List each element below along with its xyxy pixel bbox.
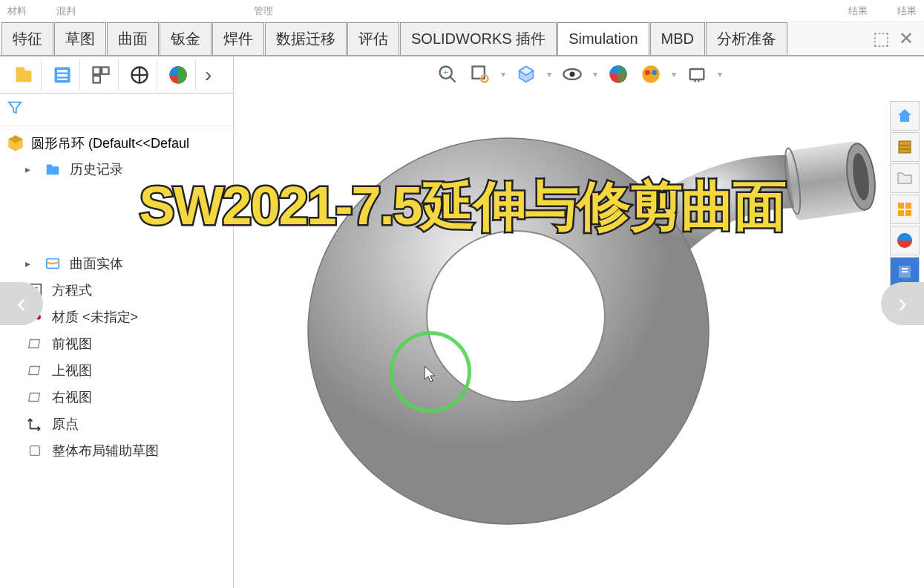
sidebar-toolbar: › [0,56,233,94]
tree-item-origin[interactable]: 原点 [3,411,230,437]
filter-row [0,94,233,126]
zoom-area-icon[interactable] [467,61,494,88]
origin-icon [25,414,45,434]
tab-analysis-prep[interactable]: 分析准备 [706,22,787,55]
tab-sheetmetal[interactable]: 钣金 [160,22,212,55]
svg-rect-1 [57,70,68,73]
display-manager-tab-icon[interactable] [160,59,196,91]
svg-text:+: + [443,67,448,76]
tree-item-history[interactable]: ▸ 历史记录 [3,156,230,183]
svg-rect-23 [473,67,485,79]
tab-solidworks-addins[interactable]: SOLIDWORKS 插件 [400,22,557,55]
svg-rect-31 [690,69,704,79]
plane-icon [25,361,45,380]
svg-rect-38 [905,203,911,209]
tab-features[interactable]: 特征 [1,22,53,55]
tree-item-surface-bodies[interactable]: ▸ 曲面实体 [3,183,230,277]
file-explorer-icon[interactable] [890,163,920,193]
plane-icon [25,388,45,407]
main-area: › 圆形吊环 (Default<<Defaul ▸ 历史记录 [0,56,924,588]
next-button[interactable]: › [881,282,924,325]
caret-icon: ▸ [25,163,36,175]
tree-item-top-plane[interactable]: 上视图 [3,357,230,384]
svg-rect-19 [30,446,40,456]
tree-item-layout-sketch[interactable]: 整体布局辅助草图 [3,437,230,464]
property-manager-tab-icon[interactable] [45,59,80,91]
task-pane-tools [890,101,920,287]
view-settings-icon[interactable] [684,61,710,88]
svg-rect-4 [93,67,99,74]
svg-point-30 [652,70,657,75]
part-icon [6,134,25,153]
appearance-icon[interactable] [605,61,632,88]
ribbon-label: 混判 [56,4,76,18]
tab-pin-icon[interactable]: ⬚ [873,28,890,49]
ribbon-label: 材料 [7,4,27,18]
home-icon[interactable] [890,101,920,131]
tab-weldments[interactable]: 焊件 [212,22,264,55]
graphics-viewport[interactable]: + ▾ ▾ ▾ ▾ ▾ [234,56,924,588]
tree-item-right-plane[interactable]: 右视图 [3,384,230,411]
feature-tree: 圆形吊环 (Default<<Defaul ▸ 历史记录 ▸ 曲面实体 Σ [0,126,233,588]
funnel-icon[interactable] [6,102,24,119]
zoom-to-fit-icon[interactable]: + [434,61,461,88]
svg-line-21 [450,77,456,82]
ribbon-label: 结果 [897,4,917,18]
feature-tree-tab-icon[interactable] [6,59,42,91]
sidebar-next-icon[interactable]: › [199,63,217,87]
svg-rect-6 [93,76,99,82]
appearances-panel-icon[interactable] [890,226,920,255]
prev-button[interactable]: ‹ [0,282,43,325]
sketch-icon [25,441,45,460]
tab-sketch[interactable]: 草图 [54,22,106,55]
caret-icon: ▸ [25,258,36,270]
tab-surface[interactable]: 曲面 [107,22,159,55]
svg-rect-3 [57,78,68,79]
surface-body-icon [43,254,62,273]
view-orientation-icon[interactable] [513,61,540,88]
dimxpert-tab-icon[interactable] [122,59,157,91]
design-library-icon[interactable] [890,132,920,162]
part-render [263,86,894,532]
svg-rect-39 [898,210,904,216]
tab-data-migration[interactable]: 数据迁移 [265,22,347,55]
svg-point-29 [645,70,650,75]
svg-point-46 [427,231,605,402]
scenes-icon[interactable] [638,61,664,88]
command-manager-tabs: 特征 草图 曲面 钣金 焊件 数据迁移 评估 SOLIDWORKS 插件 Sim… [0,22,924,56]
svg-rect-5 [102,67,108,74]
tree-root-part[interactable]: 圆形吊环 (Default<<Defaul [3,131,230,156]
svg-point-28 [642,65,659,82]
part-name-label: 圆形吊环 (Default<<Defaul [31,134,189,152]
history-icon [43,160,62,179]
tab-simulation[interactable]: Simulation [557,22,649,55]
top-ribbon-labels: 材料 混判 管理 结果 结果 [0,0,924,22]
tab-evaluate[interactable]: 评估 [347,22,399,55]
svg-rect-40 [905,210,911,216]
tab-close-icon[interactable]: ✕ [899,28,914,49]
svg-rect-34 [899,141,911,153]
svg-point-26 [570,72,575,77]
tree-item-front-plane[interactable]: 前视图 [3,330,230,357]
display-style-icon[interactable] [559,61,586,88]
heads-up-view-toolbar: + ▾ ▾ ▾ ▾ ▾ [434,61,724,88]
view-palette-icon[interactable] [890,195,920,224]
ribbon-label: 管理 [254,4,273,18]
config-manager-tab-icon[interactable] [83,59,119,91]
feature-manager-panel: › 圆形吊环 (Default<<Defaul ▸ 历史记录 [0,56,234,588]
svg-rect-37 [898,203,904,209]
plane-icon [25,334,45,353]
ribbon-label: 结果 [848,4,868,18]
svg-rect-2 [57,74,68,76]
tab-mbd[interactable]: MBD [650,22,705,55]
